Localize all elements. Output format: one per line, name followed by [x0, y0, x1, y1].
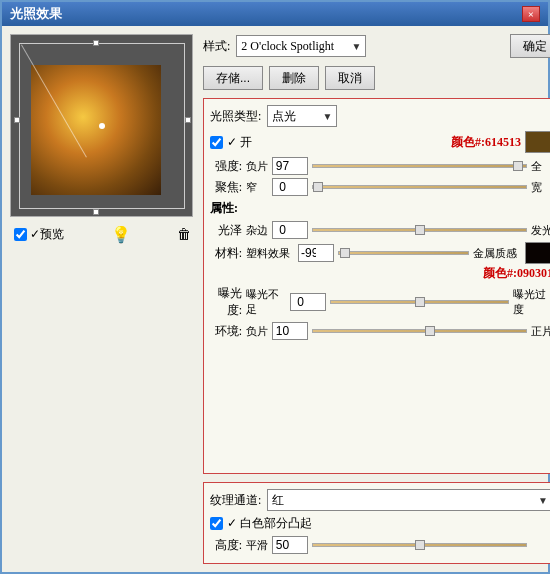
handle-right[interactable]	[185, 117, 191, 123]
light-type-select[interactable]: 点光 ▼	[267, 105, 337, 127]
texture-select[interactable]: 红 ▼	[267, 489, 550, 511]
ok-button[interactable]: 确定	[510, 34, 550, 58]
handle-bottom[interactable]	[93, 209, 99, 215]
preview-checkbox[interactable]	[14, 228, 27, 241]
cancel-button[interactable]: 取消	[325, 66, 375, 90]
gloss-slider[interactable]	[312, 228, 527, 232]
height-slider[interactable]	[312, 543, 527, 547]
handle-left[interactable]	[14, 117, 20, 123]
properties-label: 属性:	[210, 200, 550, 217]
white-bump-checkbox[interactable]	[210, 517, 223, 530]
action-row: 存储... 删除 取消	[203, 66, 550, 90]
intensity-neg-label: 负片	[246, 159, 268, 174]
style-label: 样式:	[203, 38, 230, 55]
type-row: 光照类型: 点光 ▼	[210, 105, 550, 127]
style-row: 样式: 2 O'clock Spotlight ▼	[203, 35, 366, 57]
on-label: ✓ 开	[227, 134, 252, 151]
height-smooth-label: 平滑	[246, 538, 268, 553]
right-panel: 样式: 2 O'clock Spotlight ▼ 确定 存储... 删除 取消	[203, 34, 550, 564]
dialog-body: ✓预览 💡 🗑 样式: 2 O'clock Spotlight ▼ 确定	[2, 26, 548, 572]
bottom-section: 纹理通道: 红 ▼ ✓ 白色部分凸起 高度: 平滑	[203, 482, 550, 564]
preview-checkbox-label[interactable]: ✓预览	[14, 226, 64, 243]
exposure-pos-label: 曝光过度	[513, 287, 550, 317]
gloss-label: 光泽	[210, 222, 242, 239]
top-row: 样式: 2 O'clock Spotlight ▼ 确定	[203, 34, 550, 58]
intensity-input[interactable]	[272, 157, 308, 175]
center-handle[interactable]	[99, 123, 105, 129]
texture-arrow: ▼	[538, 495, 548, 506]
focus-narrow-label: 窄	[246, 180, 268, 195]
env-neg-label: 负片	[246, 324, 268, 339]
style-value: 2 O'clock Spotlight	[241, 39, 334, 54]
exposure-slider[interactable]	[330, 300, 509, 304]
color-label-1: 颜色#:614513	[256, 134, 521, 151]
material-pos-label: 金属质感	[473, 246, 521, 261]
height-input[interactable]	[272, 536, 308, 554]
height-row: 高度: 平滑	[210, 536, 550, 554]
intensity-slider[interactable]	[312, 164, 527, 168]
save-button[interactable]: 存储...	[203, 66, 263, 90]
env-input[interactable]	[272, 322, 308, 340]
focus-label: 聚焦:	[210, 179, 242, 196]
style-dropdown-arrow: ▼	[351, 41, 361, 52]
light-type-arrow: ▼	[322, 111, 332, 122]
height-label: 高度:	[210, 537, 242, 554]
white-bump-label: ✓ 白色部分凸起	[227, 515, 312, 532]
light-type-value: 点光	[272, 108, 296, 125]
title-bar: 光照效果 ×	[2, 2, 548, 26]
env-slider[interactable]	[312, 329, 527, 333]
material-neg-label: 塑料效果	[246, 246, 294, 261]
intensity-label: 强度:	[210, 158, 242, 175]
exposure-neg-label: 曝光不足	[246, 287, 286, 317]
dialog-lighting-effects: 光照效果 ×	[0, 0, 550, 574]
main-settings: 光照类型: 点光 ▼ ✓ 开 颜色#:614513 强度: 负片	[203, 98, 550, 474]
intensity-pos-label: 全	[531, 159, 550, 174]
channel-row: 纹理通道: 红 ▼	[210, 489, 550, 511]
focus-input[interactable]	[272, 178, 308, 196]
on-checkbox[interactable]	[210, 136, 223, 149]
env-row: 环境: 负片 正片	[210, 322, 550, 340]
intensity-row: 强度: 负片 全	[210, 157, 550, 175]
material-slider[interactable]	[338, 251, 469, 255]
preview-label: ✓预览	[30, 226, 64, 243]
white-bump-row: ✓ 白色部分凸起	[210, 515, 550, 532]
exposure-input[interactable]	[290, 293, 326, 311]
focus-slider[interactable]	[312, 185, 527, 189]
color-swatch-2[interactable]	[525, 242, 550, 264]
gloss-row: 光泽 杂边 发光	[210, 221, 550, 239]
gloss-right-label: 发光	[531, 223, 550, 238]
color-label-2: 颜色#:090301	[210, 265, 550, 282]
dialog-title: 光照效果	[10, 5, 62, 23]
texture-value: 红	[272, 492, 284, 509]
color-swatch-1[interactable]	[525, 131, 550, 153]
focus-wide-label: 宽	[531, 180, 550, 195]
focus-row: 聚焦: 窄 宽	[210, 178, 550, 196]
left-panel: ✓预览 💡 🗑	[10, 34, 195, 564]
material-label: 材料:	[210, 245, 242, 262]
gloss-left-label: 杂边	[246, 223, 268, 238]
exposure-label: 曝光度:	[210, 285, 242, 319]
canvas-background	[11, 35, 192, 216]
light-bulb-icon: 💡	[111, 225, 131, 244]
material-input[interactable]	[298, 244, 334, 262]
on-row: ✓ 开 颜色#:614513	[210, 131, 550, 153]
delete-button[interactable]: 删除	[269, 66, 319, 90]
preview-controls: ✓预览 💡 🗑	[10, 223, 195, 246]
env-pos-label: 正片	[531, 324, 550, 339]
light-type-label: 光照类型:	[210, 108, 261, 125]
style-select[interactable]: 2 O'clock Spotlight ▼	[236, 35, 366, 57]
exposure-row: 曝光度: 曝光不足 曝光过度	[210, 285, 550, 319]
texture-label: 纹理通道:	[210, 492, 261, 509]
handle-top[interactable]	[93, 40, 99, 46]
env-label: 环境:	[210, 323, 242, 340]
preview-canvas	[10, 34, 193, 217]
delete-light-icon[interactable]: 🗑	[177, 227, 191, 243]
material-row: 材料: 塑料效果 金属质感	[210, 242, 550, 264]
close-button[interactable]: ×	[522, 6, 540, 22]
gloss-input[interactable]	[272, 221, 308, 239]
